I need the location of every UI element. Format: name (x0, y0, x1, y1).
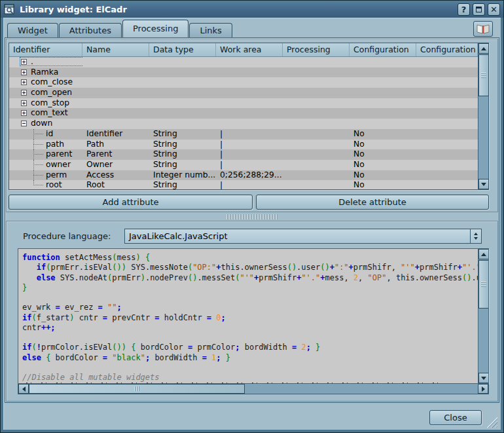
scroll-down-button[interactable] (478, 179, 489, 189)
tab-links[interactable]: Links (189, 23, 232, 37)
tree-item-label: com_text (31, 108, 68, 117)
cell-configuration: No (350, 180, 416, 189)
cell-identifier: parent (9, 149, 82, 160)
titlebar[interactable]: Library widget: ElCadr ? ✕ (1, 1, 503, 18)
tree-line (33, 154, 43, 155)
code-line: //Disable all mutable widgets (22, 373, 478, 383)
tab-page-processing: IdentifierNameData typeWork areaProcessi… (5, 37, 499, 403)
tree-row-com-close[interactable]: +com_close (9, 77, 478, 88)
code-editor[interactable]: function setActMess(mess) { if(prmErr.is… (18, 248, 489, 384)
collapse-icon[interactable]: − (21, 121, 27, 126)
cell-work-area (216, 88, 283, 98)
column-header-data-type[interactable]: Data type (149, 43, 216, 56)
scroll-right-button[interactable] (478, 384, 488, 394)
column-header-work-area[interactable]: Work area (216, 43, 283, 56)
cell-configuration-template (416, 180, 478, 189)
code-vertical-scrollbar[interactable] (478, 249, 488, 383)
cell-identifier: +com_stop (9, 98, 82, 109)
scroll-left-button[interactable] (18, 384, 29, 394)
cell-data-type (149, 98, 216, 109)
titlebar-buttons: ? ✕ (458, 3, 500, 16)
cell-processing (283, 129, 350, 140)
help-icon: ? (461, 5, 467, 14)
attributes-panel: IdentifierNameData typeWork areaProcessi… (6, 39, 498, 212)
cell-identifier: id (9, 129, 82, 140)
tree-line (33, 134, 43, 134)
scroll-up-button[interactable] (478, 249, 489, 259)
tree-row-com-text[interactable]: +com_text (9, 108, 478, 119)
spin-up-icon (474, 233, 478, 235)
expand-icon[interactable]: + (21, 100, 27, 106)
cell-processing (283, 67, 350, 78)
close-window-button[interactable]: ✕ (488, 3, 500, 16)
cell-configuration: No (350, 140, 416, 150)
tree-row-ramka[interactable]: +Ramka (9, 67, 478, 78)
tree-item-label: owner (46, 160, 71, 169)
scroll-thumb[interactable] (29, 384, 245, 394)
scroll-thumb[interactable] (478, 54, 489, 96)
add-attribute-button[interactable]: Add attribute (9, 195, 253, 210)
cell-configuration (350, 98, 416, 109)
cell-configuration-template (416, 57, 478, 67)
scroll-thumb[interactable] (478, 260, 489, 309)
help-button[interactable]: ? (458, 3, 470, 16)
procedure-language-select[interactable]: JavaLikeCalc.JavaScript (124, 229, 482, 244)
cell-processing (283, 98, 350, 109)
expand-icon[interactable]: + (21, 69, 27, 75)
table-vertical-scrollbar[interactable] (478, 43, 488, 189)
tree-row-root[interactable]: rootRootString|No (9, 180, 478, 189)
cell-configuration (350, 119, 416, 129)
doc-book-button[interactable] (473, 21, 493, 37)
tree-row-com-open[interactable]: +com_open (9, 88, 478, 98)
tree-row-com-stop[interactable]: +com_stop (9, 98, 478, 109)
cell-data-type: String (149, 160, 216, 170)
expand-icon[interactable]: + (21, 90, 27, 96)
cell-name (82, 119, 149, 129)
close-button[interactable]: Close (429, 410, 482, 425)
column-header-identifier[interactable]: Identifier (9, 43, 82, 56)
tab-attributes[interactable]: Attributes (59, 23, 122, 37)
tree-row-perm[interactable]: permAccessInteger numb...0;256;288;29...… (9, 170, 478, 181)
expand-icon[interactable]: + (21, 79, 27, 85)
code-horizontal-scrollbar[interactable] (18, 384, 489, 394)
maximize-button[interactable] (473, 3, 485, 16)
tree-row-down[interactable]: −down (9, 119, 478, 129)
column-header-name[interactable]: Name (82, 43, 149, 56)
tree-row-parent[interactable]: parentParentString|No (9, 149, 478, 160)
combo-arrows-icon (470, 229, 481, 243)
tree-row-id[interactable]: idIdentifierString|No (9, 129, 478, 140)
expand-icon[interactable]: + (21, 110, 27, 116)
cell-data-type: Integer numb... (149, 170, 216, 181)
tree-row-[interactable]: +. (9, 57, 478, 67)
cell-data-type (149, 57, 216, 67)
resize-grip[interactable] (486, 416, 497, 428)
expand-icon[interactable]: + (21, 59, 27, 65)
tree-item-label: com_stop (31, 98, 69, 107)
cell-data-type (149, 119, 216, 129)
column-header-configuration[interactable]: Configuration (350, 43, 416, 56)
close-icon: ✕ (490, 5, 497, 14)
column-header-configuration-tem[interactable]: Configuration tem (416, 43, 478, 56)
tab-widget[interactable]: Widget (7, 23, 58, 37)
tree-item-label: parent (46, 149, 72, 159)
tree-row-path[interactable]: pathPathString|No (9, 140, 478, 150)
cell-work-area (216, 77, 283, 88)
spin-down-icon (474, 237, 478, 240)
cell-configuration-template (416, 129, 478, 140)
cell-data-type (149, 67, 216, 78)
cell-work-area: | (216, 180, 283, 189)
tree-line (33, 175, 43, 176)
code-line: else SYS.nodeAt(prmErr).nodePrev().messS… (22, 273, 478, 283)
cell-work-area (216, 67, 283, 78)
tree-row-owner[interactable]: ownerOwnerString|No (9, 160, 478, 170)
procedure-language-label: Procedure language: (23, 231, 111, 241)
splitter-handle[interactable] (6, 213, 498, 220)
cell-work-area (216, 119, 283, 129)
tab-processing[interactable]: Processing (122, 20, 189, 37)
scroll-down-button[interactable] (478, 373, 489, 383)
scroll-up-button[interactable] (478, 43, 489, 54)
focus-rect (20, 57, 82, 66)
delete-attribute-button[interactable]: Delete attribute (256, 195, 489, 210)
column-header-processing[interactable]: Processing (283, 43, 350, 56)
code-line: ev_wrk = ev_rez = ""; (22, 303, 478, 312)
